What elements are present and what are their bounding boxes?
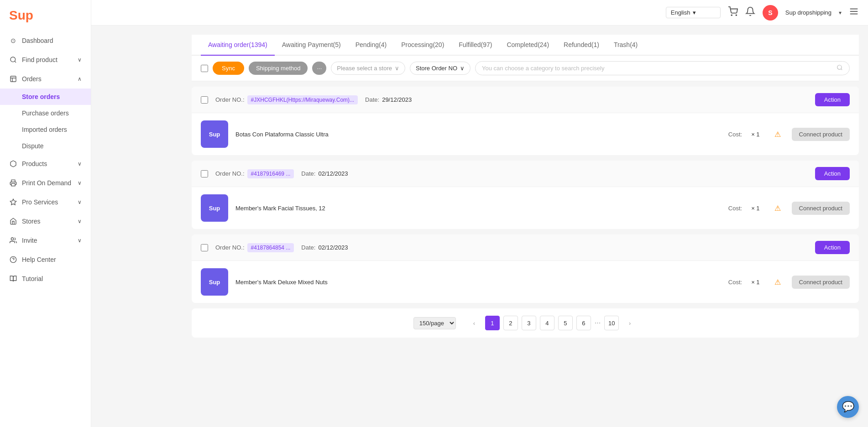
tab-trash[interactable]: Trash(4) xyxy=(607,35,645,56)
order-number: #4187916469 ... xyxy=(247,169,294,178)
page-size-select[interactable]: 150/page xyxy=(413,317,456,329)
tab-refunded[interactable]: Refunded(1) xyxy=(556,35,607,56)
sidebar-sub-label: Store orders xyxy=(22,93,60,100)
sidebar-item-pro-services[interactable]: Pro Services ∨ xyxy=(0,193,91,212)
sidebar-item-tutorial[interactable]: Tutorial xyxy=(0,269,91,288)
sidebar-item-label: Products xyxy=(22,160,47,167)
svg-rect-1 xyxy=(10,76,16,82)
sidebar-sub-label: Purchase orders xyxy=(22,109,69,117)
product-name: Botas Con Plataforma Classic Ultra xyxy=(235,131,721,138)
search-icon xyxy=(837,64,843,72)
order-number: #JXHCGFHKL(Https://Miraqueway.Com)... xyxy=(247,95,358,104)
order-action-button[interactable]: Action xyxy=(815,241,850,254)
sidebar-item-find-product[interactable]: Find product ∨ xyxy=(0,50,91,69)
chevron-down-icon: ∨ xyxy=(78,161,82,167)
chevron-down-icon: ∨ xyxy=(78,237,82,244)
info-icon[interactable]: ⚠ xyxy=(774,130,781,139)
sidebar-item-orders[interactable]: Orders ∧ xyxy=(0,69,91,89)
sidebar-item-store-orders[interactable]: Store orders xyxy=(0,89,91,105)
hamburger-menu[interactable] xyxy=(849,6,859,19)
tab-completed[interactable]: Completed(24) xyxy=(499,35,556,56)
pro-services-icon xyxy=(9,198,17,206)
sidebar-item-label: Invite xyxy=(22,237,37,244)
language-chevron: ▾ xyxy=(693,9,696,16)
cost-label: Cost: xyxy=(728,279,742,286)
svg-point-7 xyxy=(731,15,732,16)
user-name[interactable]: Sup dropshipping xyxy=(785,9,831,16)
tutorial-icon xyxy=(9,275,17,283)
cart-button[interactable] xyxy=(728,6,738,19)
info-icon[interactable]: ⚠ xyxy=(774,278,781,286)
select-all-checkbox[interactable] xyxy=(201,65,208,72)
stores-icon xyxy=(9,217,17,225)
order-type-select[interactable]: Store Order NO ∨ xyxy=(410,62,471,75)
order-checkbox[interactable] xyxy=(201,96,208,104)
sidebar-item-dashboard[interactable]: ⊙ Dashboard xyxy=(0,31,91,50)
connect-product-button[interactable]: Connect product xyxy=(792,128,850,141)
order-search-bar[interactable]: You can choose a category to search prec… xyxy=(475,61,850,75)
order-body: Sup Member's Mark Deluxe Mixed Nuts Cost… xyxy=(192,261,859,303)
sidebar-item-dispute[interactable]: Dispute xyxy=(0,138,91,154)
product-image: Sup xyxy=(201,194,228,222)
sidebar-item-label: Pro Services xyxy=(22,198,58,206)
order-type-chevron: ∨ xyxy=(460,65,465,72)
sync-button[interactable]: Sync xyxy=(213,62,244,75)
tab-pending[interactable]: Pending(4) xyxy=(348,35,394,56)
notifications-button[interactable] xyxy=(745,6,755,19)
order-action-button[interactable]: Action xyxy=(815,93,850,106)
product-name: Member's Mark Facial Tissues, 12 xyxy=(235,205,721,212)
sidebar-item-imported-orders[interactable]: Imported orders xyxy=(0,121,91,138)
language-selector[interactable]: English ▾ xyxy=(666,7,721,18)
info-icon[interactable]: ⚠ xyxy=(774,204,781,213)
order-action-button[interactable]: Action xyxy=(815,167,850,180)
user-chevron[interactable]: ▾ xyxy=(839,10,842,16)
dashboard-icon: ⊙ xyxy=(9,36,17,45)
connect-product-button[interactable]: Connect product xyxy=(792,202,850,215)
order-card: Order NO.: #JXHCGFHKL(Https://Miraqueway… xyxy=(192,87,859,155)
chevron-up-icon: ∧ xyxy=(78,76,82,82)
shipping-method-button[interactable]: Shipping method xyxy=(249,62,308,75)
tab-fulfilled[interactable]: Fulfilled(97) xyxy=(451,35,499,56)
page-button-3[interactable]: 3 xyxy=(522,316,536,330)
page-button-5[interactable]: 5 xyxy=(558,316,573,330)
cost-qty: × 1 xyxy=(751,131,759,138)
order-checkbox[interactable] xyxy=(201,244,208,251)
page-button-10[interactable]: 10 xyxy=(604,316,619,330)
chat-icon: 💬 xyxy=(842,401,854,413)
products-icon xyxy=(9,160,17,168)
next-page-button[interactable]: › xyxy=(622,316,637,330)
order-checkbox[interactable] xyxy=(201,170,208,177)
page-button-2[interactable]: 2 xyxy=(503,316,518,330)
order-header: Order NO.: #4187864854 ... Date: 02/12/2… xyxy=(192,234,859,261)
tab-awaiting-payment[interactable]: Awaiting Payment(5) xyxy=(275,35,348,56)
invite-icon xyxy=(9,236,17,245)
sidebar-item-invite[interactable]: Invite ∨ xyxy=(0,231,91,250)
sidebar-item-products[interactable]: Products ∨ xyxy=(0,154,91,173)
page-button-6[interactable]: 6 xyxy=(576,316,591,330)
store-select[interactable]: Please select a store ∨ xyxy=(331,62,405,75)
sidebar-item-label: Tutorial xyxy=(22,275,43,282)
tab-processing[interactable]: Processing(20) xyxy=(394,35,451,56)
prev-page-button[interactable]: ‹ xyxy=(467,316,481,330)
connect-product-button[interactable]: Connect product xyxy=(792,276,850,289)
order-tabs: Awaiting order(1394) Awaiting Payment(5)… xyxy=(192,35,859,56)
sidebar-navigation: ⊙ Dashboard Find product ∨ Orders ∧ Stor… xyxy=(0,31,91,427)
user-avatar[interactable]: S xyxy=(763,5,778,21)
page-button-4[interactable]: 4 xyxy=(540,316,554,330)
order-date: 29/12/2023 xyxy=(382,96,412,103)
sidebar-item-stores[interactable]: Stores ∨ xyxy=(0,212,91,231)
chat-widget-button[interactable]: 💬 xyxy=(837,396,859,418)
more-actions-button[interactable]: ··· xyxy=(312,62,326,75)
sidebar-logo: Sup xyxy=(0,0,91,31)
chevron-down-icon: ∨ xyxy=(78,218,82,224)
tab-awaiting-order[interactable]: Awaiting order(1394) xyxy=(201,35,275,56)
order-date-label: Date: xyxy=(301,170,315,177)
main-content: Awaiting order(1394) Awaiting Payment(5)… xyxy=(183,26,868,427)
sidebar-item-help-center[interactable]: Help Center xyxy=(0,250,91,269)
sidebar-item-label: Print On Demand xyxy=(22,179,71,187)
help-icon xyxy=(9,255,17,264)
sidebar-item-purchase-orders[interactable]: Purchase orders xyxy=(0,105,91,121)
sidebar-item-print-on-demand[interactable]: Print On Demand ∨ xyxy=(0,173,91,193)
order-no-label: Order NO.: xyxy=(215,96,245,103)
page-button-1[interactable]: 1 xyxy=(485,316,500,330)
